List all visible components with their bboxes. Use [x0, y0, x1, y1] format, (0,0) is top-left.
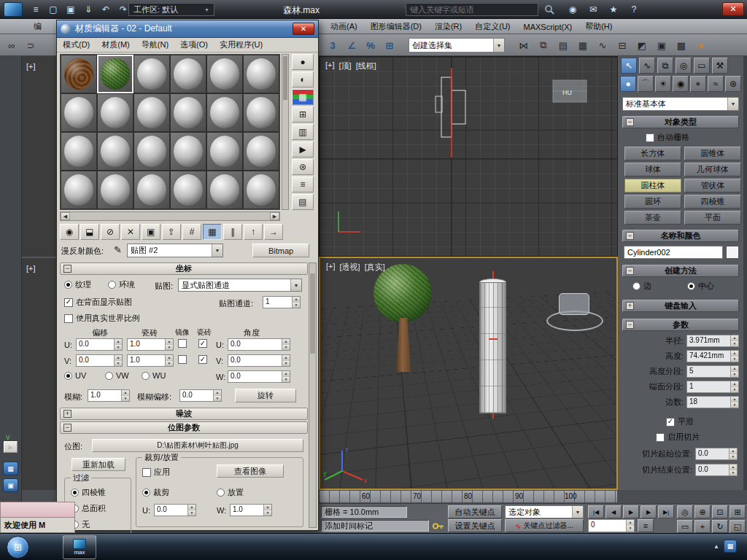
material-sample-slot[interactable]: [133, 132, 170, 171]
sign-in-icon[interactable]: ◉: [565, 2, 581, 17]
ribbon-icon[interactable]: ▦: [574, 36, 592, 54]
viewport-shading-label[interactable]: [真实]: [365, 262, 385, 273]
v-tile-checkbox[interactable]: [198, 355, 207, 364]
material-sample-slot[interactable]: [170, 93, 206, 132]
spinner-snap-icon[interactable]: ⊞: [381, 36, 398, 54]
menu-item[interactable]: 动画(A): [324, 19, 364, 34]
put-to-library-icon[interactable]: ⇪: [162, 224, 181, 240]
crop-u-spinner[interactable]: 0.0▲▼: [154, 504, 196, 516]
cameras-category-icon[interactable]: ◉: [673, 76, 689, 92]
show-map-in-viewport-icon[interactable]: ▦: [203, 224, 222, 240]
material-sample-slot[interactable]: [97, 93, 133, 132]
video-color-check-icon[interactable]: ▥: [292, 124, 314, 140]
snaps-toggle-icon[interactable]: 3: [324, 36, 341, 54]
menu-item[interactable]: 帮助(H): [578, 19, 619, 34]
search-icon[interactable]: [544, 4, 554, 15]
material-sample-slot[interactable]: [206, 171, 243, 209]
workspace-dropdown[interactable]: 工作区: 默认▼: [128, 3, 214, 16]
assign-to-selection-icon[interactable]: ⊘: [101, 224, 120, 240]
left-bottom-viewport-label[interactable]: [+]: [26, 264, 36, 273]
geometry-category-icon[interactable]: ●: [620, 76, 636, 92]
material-sample-slot[interactable]: [97, 171, 133, 209]
set-key-icon[interactable]: [432, 522, 445, 530]
zoom-region-icon[interactable]: ▭: [677, 520, 693, 533]
place-radio[interactable]: [217, 489, 225, 497]
next-frame-icon[interactable]: ▶: [640, 505, 657, 518]
go-to-start-icon[interactable]: |◀: [588, 505, 604, 518]
backlight-icon[interactable]: ◐: [292, 71, 314, 88]
menu-item[interactable]: 导航(N): [136, 39, 174, 50]
go-to-end-icon[interactable]: ▶|: [658, 505, 674, 518]
save-file-icon[interactable]: ⇓: [80, 2, 96, 17]
material-sample-slot[interactable]: [61, 93, 97, 132]
wu-radio[interactable]: [142, 372, 150, 380]
angle-snap-icon[interactable]: ∠: [343, 36, 360, 54]
go-to-parent-icon[interactable]: ↑: [244, 224, 263, 240]
motion-tab-icon[interactable]: ◎: [676, 58, 692, 74]
parameters-rollout[interactable]: −参数: [622, 319, 739, 331]
mapping-dropdown[interactable]: 显式贴图通道▼: [178, 279, 302, 292]
play-icon[interactable]: ▶: [623, 505, 639, 518]
sample-type-icon[interactable]: ●: [292, 54, 314, 70]
3dsmax-logo-icon[interactable]: [4, 2, 23, 17]
maximize-viewport-icon[interactable]: ◱: [729, 520, 746, 533]
object-type-button[interactable]: 圆环: [624, 195, 681, 209]
start-button[interactable]: ⊞: [7, 536, 29, 559]
align-icon[interactable]: ⧉: [535, 36, 552, 54]
menu-item[interactable]: 渲染(R): [428, 19, 468, 34]
apply-checkbox[interactable]: [142, 468, 151, 477]
edge-radio[interactable]: [632, 282, 640, 290]
minimized-window-icon[interactable]: ▦: [3, 462, 18, 475]
bitmap-parameters-rollout[interactable]: −位图参数: [60, 421, 308, 434]
noise-rollout[interactable]: +噪波: [60, 408, 308, 420]
material-sample-slot[interactable]: [243, 132, 279, 171]
name-color-rollout[interactable]: −名称和颜色: [622, 230, 739, 242]
parameter-spinner[interactable]: 1▲▼: [686, 381, 739, 393]
v-mirror-checkbox[interactable]: [178, 355, 187, 364]
cylinder-object[interactable]: [479, 282, 506, 413]
w-angle-spinner[interactable]: 0.0▲▼: [228, 370, 290, 383]
hierarchy-tab-icon[interactable]: ⧉: [657, 58, 673, 74]
u-angle-spinner[interactable]: 0.0▲▼: [228, 338, 290, 351]
background-icon[interactable]: ▦: [292, 89, 314, 105]
material-map-navigator-icon[interactable]: ▤: [292, 194, 314, 210]
material-sample-slot[interactable]: [170, 132, 206, 171]
menu-item[interactable]: MAXScript(X): [517, 19, 579, 34]
object-type-button[interactable]: 几何球体: [684, 163, 741, 176]
material-sample-slot[interactable]: [97, 132, 133, 171]
rotate-button[interactable]: 旋转: [235, 389, 296, 402]
auto-key-button[interactable]: 自动关键点: [448, 505, 502, 518]
menu-item[interactable]: 图形编辑器(D): [364, 19, 428, 34]
viewport-name-label[interactable]: [透视]: [340, 262, 360, 273]
blur-offset-spinner[interactable]: 0.0▲▼: [179, 389, 222, 402]
close-button[interactable]: ✕: [293, 23, 314, 35]
viewport-menu-plus[interactable]: [+]: [325, 61, 335, 71]
material-sample-slot[interactable]: [133, 93, 170, 132]
put-to-scene-icon[interactable]: ⬓: [80, 224, 99, 240]
parameter-spinner[interactable]: 18▲▼: [686, 396, 739, 408]
autogrid-checkbox[interactable]: [646, 133, 654, 142]
tree-foliage[interactable]: [374, 264, 432, 322]
object-type-button[interactable]: 圆柱体: [624, 179, 681, 192]
material-sample-slot[interactable]: [133, 171, 170, 209]
u-tile-checkbox[interactable]: [198, 339, 207, 348]
menu-item[interactable]: 实用程序(U): [214, 39, 268, 50]
gizmo-body[interactable]: [559, 293, 589, 315]
get-material-icon[interactable]: ◉: [60, 224, 79, 240]
object-color-swatch[interactable]: [726, 246, 739, 259]
key-filters-button[interactable]: ∿关键点过滤器...: [505, 519, 584, 532]
perspective-viewport[interactable]: [+] [透视] [真实] zxy: [319, 257, 618, 490]
menu-item-edit[interactable]: 编: [34, 19, 42, 34]
object-type-button[interactable]: 长方体: [624, 147, 681, 160]
parameter-spinner[interactable]: 3.971mm▲▼: [686, 335, 739, 347]
minimized-window-icon[interactable]: ▣: [3, 478, 18, 492]
material-sample-slot[interactable]: [170, 171, 206, 209]
layer-manager-icon[interactable]: ▤: [554, 36, 572, 54]
systems-category-icon[interactable]: ⊛: [725, 76, 741, 92]
real-world-checkbox[interactable]: [64, 314, 73, 323]
u-tiling-spinner[interactable]: 1.0▲▼: [127, 338, 174, 351]
menu-item[interactable]: 模式(D): [57, 39, 96, 50]
mirror-icon[interactable]: ⋈: [515, 36, 533, 54]
viewport-name-label[interactable]: [顶]: [339, 61, 352, 71]
create-tab-icon[interactable]: ↖: [621, 58, 637, 74]
